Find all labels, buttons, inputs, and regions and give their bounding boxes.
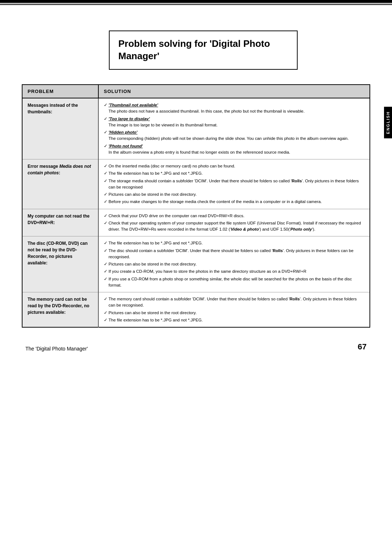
solution-header: SOLUTION bbox=[98, 85, 370, 98]
top-bar bbox=[0, 0, 392, 3]
table-row: The disc (CD-ROM, DVD) can not be read b… bbox=[22, 236, 370, 292]
solution-item: ✓ On the inserted media (disc or memory … bbox=[104, 163, 364, 169]
solution-item: ✓ The disc should contain a subfolder 'D… bbox=[104, 248, 364, 260]
checkmark-icon: ✓ bbox=[104, 317, 107, 323]
problem-cell: Messages instead of the thumbnails: bbox=[22, 98, 98, 159]
solution-item: ✓ The file extension has to be *.JPG and… bbox=[104, 170, 364, 177]
title-box: Problem solving for 'Digital Photo Manag… bbox=[109, 31, 298, 70]
checkmark-icon: ✓ bbox=[104, 199, 107, 205]
checkmark-icon: ✓ bbox=[104, 296, 107, 302]
problem-cell: The memory card can not be read by the D… bbox=[22, 292, 98, 328]
table-row: My computer can not read the DVD+RW/+R: … bbox=[22, 209, 370, 236]
checkmark-icon: ✓ bbox=[104, 276, 107, 282]
problem-cell: The disc (CD-ROM, DVD) can not be read b… bbox=[22, 236, 98, 292]
checkmark-icon: ✓ bbox=[104, 116, 107, 122]
checkmark-icon: ✓ bbox=[104, 102, 107, 108]
solution-item: ✓ The file extension has to be *.JPG and… bbox=[104, 317, 364, 323]
checkmark-icon: ✓ bbox=[104, 163, 107, 169]
page-title: Problem solving for 'Digital Photo Manag… bbox=[118, 38, 288, 62]
solution-item: ✓ Check that your operating system of yo… bbox=[104, 220, 364, 233]
checkmark-icon: ✓ bbox=[104, 310, 107, 316]
checkmark-icon: ✓ bbox=[104, 268, 107, 275]
problem-cell: My computer can not read the DVD+RW/+R: bbox=[22, 209, 98, 236]
english-sidebar-label: ENGLISH bbox=[384, 107, 392, 138]
solution-item: ✓ Pictures can also be stored in the roo… bbox=[104, 310, 364, 316]
checkmark-icon: ✓ bbox=[104, 213, 107, 219]
solution-item: ✓ 'Thumbnail not available'The photo doe… bbox=[104, 102, 364, 115]
solution-item: ✓ 'Too large to display'The image is too… bbox=[104, 116, 364, 129]
checkmark-icon: ✓ bbox=[104, 129, 107, 135]
solution-cell: ✓ On the inserted media (disc or memory … bbox=[98, 159, 370, 209]
solution-cell: ✓ Check that your DVD drive on the compu… bbox=[98, 209, 370, 236]
solution-cell: ✓ The memory card should contain a subfo… bbox=[98, 292, 370, 328]
page-content: Problem solving for 'Digital Photo Manag… bbox=[0, 5, 392, 373]
solution-cell: ✓ 'Thumbnail not available'The photo doe… bbox=[98, 98, 370, 159]
footer-page-number: 67 bbox=[358, 342, 367, 352]
checkmark-icon: ✓ bbox=[104, 178, 107, 184]
table-row: The memory card can not be read by the D… bbox=[22, 292, 370, 328]
solution-item: ✓ The storage media should contain a sub… bbox=[104, 178, 364, 191]
table-header-row: PROBLEM SOLUTION bbox=[22, 85, 370, 98]
table-row: Error message Media does not contain pho… bbox=[22, 159, 370, 209]
problem-header: PROBLEM bbox=[22, 85, 98, 98]
problem-solution-table: PROBLEM SOLUTION Messages instead of the… bbox=[22, 84, 370, 328]
solution-item: ✓ Before you make changes to the storage… bbox=[104, 199, 364, 205]
solution-item: ✓ If you create a CD-ROM, you have to st… bbox=[104, 268, 364, 275]
solution-item: ✓ 'Hidden photo'The corresponding (hidde… bbox=[104, 129, 364, 142]
solution-item: ✓ If you use a CD-ROM from a photo shop … bbox=[104, 276, 364, 289]
solution-item: ✓ The file extension has to be *.JPG and… bbox=[104, 240, 364, 246]
checkmark-icon: ✓ bbox=[104, 170, 107, 177]
footer-title: The 'Digital Photo Manager' bbox=[25, 346, 88, 352]
problem-cell: Error message Media does not contain pho… bbox=[22, 159, 98, 209]
solution-item: ✓ Check that your DVD drive on the compu… bbox=[104, 213, 364, 219]
checkmark-icon: ✓ bbox=[104, 240, 107, 246]
checkmark-icon: ✓ bbox=[104, 248, 107, 254]
solution-item: ✓ Pictures can also be stored in the roo… bbox=[104, 191, 364, 198]
solution-item: ✓ The memory card should contain a subfo… bbox=[104, 296, 364, 309]
solution-item: ✓ 'Photo not found'In the album overview… bbox=[104, 143, 364, 156]
checkmark-icon: ✓ bbox=[104, 220, 107, 226]
checkmark-icon: ✓ bbox=[104, 143, 107, 149]
checkmark-icon: ✓ bbox=[104, 261, 107, 267]
solution-item: ✓ Pictures can also be stored in the roo… bbox=[104, 261, 364, 267]
footer: The 'Digital Photo Manager' 67 bbox=[22, 342, 370, 352]
solution-cell: ✓ The file extension has to be *.JPG and… bbox=[98, 236, 370, 292]
table-row: Messages instead of the thumbnails: ✓ 'T… bbox=[22, 98, 370, 159]
checkmark-icon: ✓ bbox=[104, 191, 107, 198]
